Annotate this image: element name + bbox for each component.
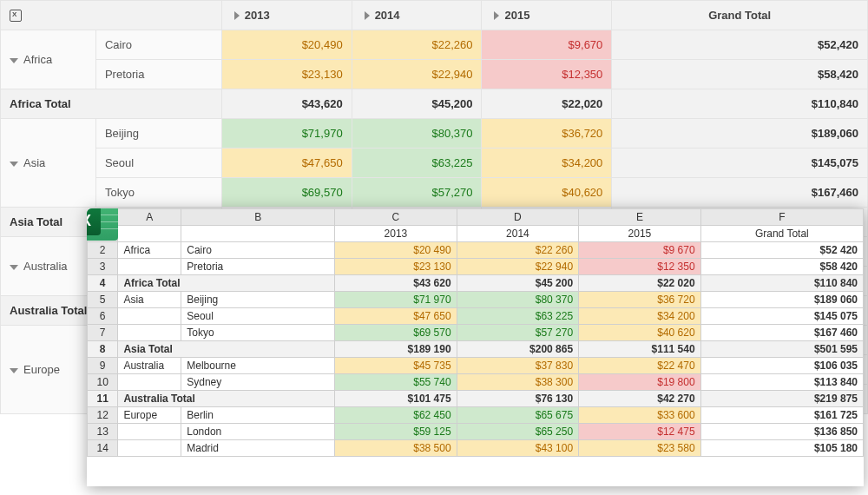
excel-row[interactable]: 7Tokyo$69 570$57 270$40 620$167 460 xyxy=(88,325,864,341)
excel-cell[interactable]: $37 830 xyxy=(457,358,579,374)
row-number[interactable]: 9 xyxy=(88,358,118,374)
excel-cell[interactable]: Australia Total xyxy=(118,391,335,407)
excel-cell[interactable]: $22 470 xyxy=(579,358,701,374)
excel-row[interactable]: 5AsiaBeijing$71 970$80 370$36 720$189 06… xyxy=(88,292,864,308)
pivot-cell[interactable]: $22,940 xyxy=(352,60,482,89)
excel-row[interactable]: 2AfricaCairo$20 490$22 260$9 670$52 420 xyxy=(88,242,864,259)
excel-cell[interactable]: Africa xyxy=(118,242,181,259)
column-header-2013[interactable]: 2013 xyxy=(221,1,352,30)
excel-cell[interactable]: $189 060 xyxy=(700,292,863,308)
row-number[interactable]: 13 xyxy=(88,424,118,440)
row-number[interactable]: 12 xyxy=(88,407,118,424)
excel-cell[interactable]: $36 720 xyxy=(579,292,701,308)
excel-cell[interactable]: $145 075 xyxy=(700,308,863,325)
city-label[interactable]: Tokyo xyxy=(95,178,221,208)
excel-row[interactable]: 12EuropeBerlin$62 450$65 675$33 600$161 … xyxy=(88,407,864,424)
excel-cell[interactable]: $167 460 xyxy=(700,325,863,341)
excel-cell[interactable]: $113 840 xyxy=(700,374,863,391)
excel-cell[interactable]: Africa Total xyxy=(118,275,335,292)
excel-grid[interactable]: A B C D E F 1 2013 2014 2015 Grand Total… xyxy=(87,208,864,457)
excel-cell[interactable]: $45 200 xyxy=(457,275,579,292)
column-header-2015[interactable]: 2015 xyxy=(482,1,612,30)
excel-cell[interactable]: $76 130 xyxy=(457,391,579,407)
excel-cell[interactable]: $58 420 xyxy=(700,259,863,275)
excel-cell[interactable] xyxy=(118,440,181,457)
excel-row[interactable]: 10Sydney$55 740$38 300$19 800$113 840 xyxy=(88,374,864,391)
pivot-cell[interactable]: $71,970 xyxy=(221,119,352,148)
col-letter[interactable]: C xyxy=(335,209,457,226)
export-xlsx-button[interactable] xyxy=(1,1,222,30)
pivot-cell[interactable]: $23,130 xyxy=(221,60,352,89)
excel-cell[interactable] xyxy=(118,259,181,275)
row-number[interactable]: 4 xyxy=(88,275,118,292)
excel-cell[interactable]: $501 595 xyxy=(700,341,863,358)
pivot-row[interactable]: Tokyo$69,570$57,270$40,620$167,460 xyxy=(1,178,868,208)
excel-cell[interactable]: $65 675 xyxy=(457,407,579,424)
excel-cell[interactable] xyxy=(118,325,181,341)
excel-cell[interactable]: $55 740 xyxy=(335,374,457,391)
excel-cell[interactable]: $69 570 xyxy=(335,325,457,341)
city-label[interactable]: Cairo xyxy=(95,30,221,60)
pivot-cell[interactable]: $63,225 xyxy=(352,148,482,178)
pivot-cell[interactable]: $20,490 xyxy=(221,30,352,60)
excel-cell[interactable]: $33 600 xyxy=(579,407,701,424)
pivot-row[interactable]: AfricaCairo$20,490$22,260$9,670$52,420 xyxy=(1,30,868,60)
excel-row[interactable]: 14Madrid$38 500$43 100$23 580$105 180 xyxy=(88,440,864,457)
row-number[interactable]: 6 xyxy=(88,308,118,325)
pivot-row[interactable]: AsiaBeijing$71,970$80,370$36,720$189,060 xyxy=(1,119,868,148)
excel-cell[interactable]: $161 725 xyxy=(700,407,863,424)
excel-cell[interactable]: Tokyo xyxy=(181,325,335,341)
excel-cell[interactable]: $106 035 xyxy=(700,358,863,374)
excel-cell[interactable]: $80 370 xyxy=(457,292,579,308)
excel-row[interactable]: 11Australia Total$101 475$76 130$42 270$… xyxy=(88,391,864,407)
excel-cell[interactable] xyxy=(118,308,181,325)
excel-cell[interactable]: $57 270 xyxy=(457,325,579,341)
excel-cell[interactable]: Seoul xyxy=(181,308,335,325)
region-header[interactable]: Africa xyxy=(1,30,96,89)
excel-row[interactable]: 8Asia Total$189 190$200 865$111 540$501 … xyxy=(88,341,864,358)
excel-cell[interactable]: $101 475 xyxy=(335,391,457,407)
pivot-cell[interactable]: $69,570 xyxy=(221,178,352,208)
excel-cell[interactable]: $59 125 xyxy=(335,424,457,440)
excel-cell[interactable]: $12 475 xyxy=(579,424,701,440)
excel-row[interactable]: 6Seoul$47 650$63 225$34 200$145 075 xyxy=(88,308,864,325)
region-header[interactable]: Europe xyxy=(1,326,96,414)
excel-cell[interactable] xyxy=(118,424,181,440)
excel-cell[interactable]: $19 800 xyxy=(579,374,701,391)
excel-row[interactable]: 3Pretoria$23 130$22 940$12 350$58 420 xyxy=(88,259,864,275)
pivot-row[interactable]: Pretoria$23,130$22,940$12,350$58,420 xyxy=(1,60,868,89)
row-number[interactable]: 11 xyxy=(88,391,118,407)
excel-cell[interactable]: $38 300 xyxy=(457,374,579,391)
excel-cell[interactable]: $22 020 xyxy=(579,275,701,292)
excel-cell[interactable]: Asia xyxy=(118,292,181,308)
excel-cell[interactable]: Cairo xyxy=(181,242,335,259)
excel-cell[interactable]: Madrid xyxy=(181,440,335,457)
pivot-cell[interactable]: $36,720 xyxy=(482,119,612,148)
excel-cell[interactable]: $23 580 xyxy=(579,440,701,457)
excel-cell[interactable]: $42 270 xyxy=(579,391,701,407)
excel-cell[interactable]: $219 875 xyxy=(700,391,863,407)
region-header[interactable]: Australia xyxy=(1,237,96,296)
row-number[interactable]: 3 xyxy=(88,259,118,275)
excel-cell[interactable]: $22 260 xyxy=(457,242,579,259)
pivot-cell[interactable]: $9,670 xyxy=(482,30,612,60)
excel-cell[interactable]: Sydney xyxy=(181,374,335,391)
excel-cell[interactable]: Berlin xyxy=(181,407,335,424)
excel-cell[interactable]: $63 225 xyxy=(457,308,579,325)
col-letter[interactable]: F xyxy=(700,209,863,226)
pivot-cell[interactable]: $22,260 xyxy=(352,30,482,60)
excel-cell[interactable]: Europe xyxy=(118,407,181,424)
excel-cell[interactable]: $43 100 xyxy=(457,440,579,457)
excel-cell[interactable]: $52 420 xyxy=(700,242,863,259)
col-letter[interactable]: B xyxy=(181,209,335,226)
excel-cell[interactable]: $65 250 xyxy=(457,424,579,440)
pivot-cell[interactable]: $40,620 xyxy=(482,178,612,208)
city-label[interactable]: Beijing xyxy=(95,119,221,148)
excel-cell[interactable]: $9 670 xyxy=(579,242,701,259)
row-number[interactable]: 5 xyxy=(88,292,118,308)
column-header-2014[interactable]: 2014 xyxy=(352,1,482,30)
excel-row[interactable]: 9AustraliaMelbourne$45 735$37 830$22 470… xyxy=(88,358,864,374)
col-letter[interactable]: A xyxy=(118,209,181,226)
row-number[interactable]: 8 xyxy=(88,341,118,358)
excel-cell[interactable]: $40 620 xyxy=(579,325,701,341)
